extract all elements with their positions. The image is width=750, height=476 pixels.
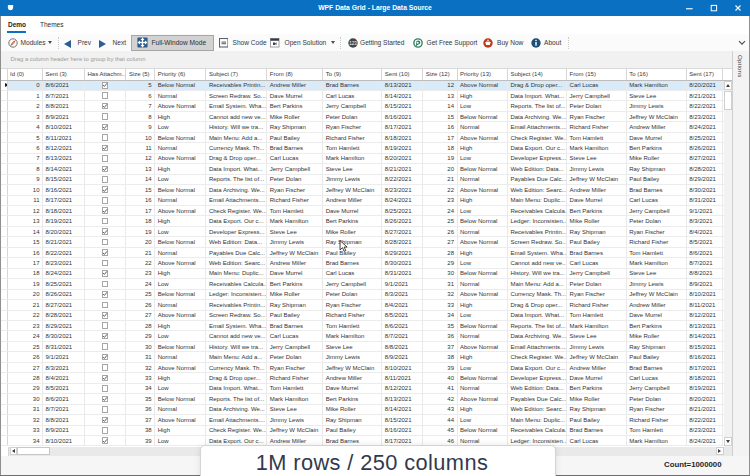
svg-text:123: 123 [349, 40, 357, 45]
